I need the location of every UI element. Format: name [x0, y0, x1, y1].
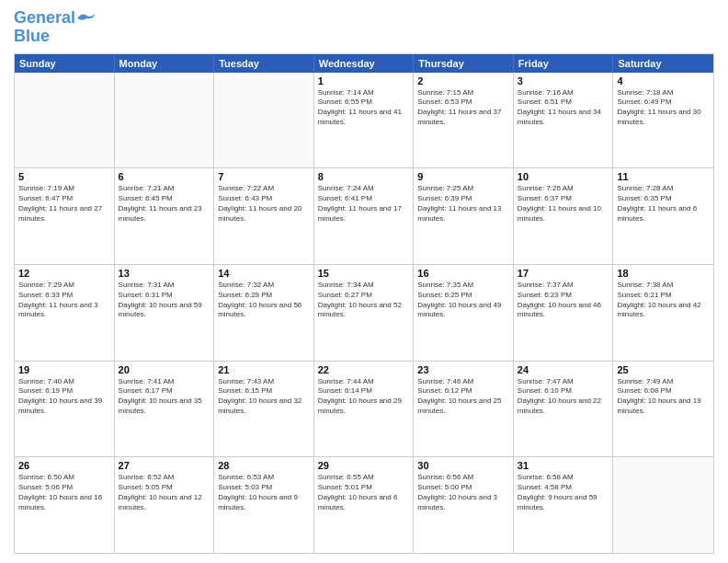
logo-general: General: [14, 8, 75, 27]
cell-content: Sunrise: 7:24 AM Sunset: 6:41 PM Dayligh…: [318, 184, 410, 224]
day-number: 31: [518, 460, 609, 471]
calendar-cell: 6Sunrise: 7:21 AM Sunset: 6:45 PM Daylig…: [115, 168, 215, 264]
calendar-row-3: 19Sunrise: 7:40 AM Sunset: 6:19 PM Dayli…: [15, 361, 713, 457]
day-number: 13: [119, 268, 210, 279]
day-number: 7: [218, 171, 310, 182]
calendar-cell: 10Sunrise: 7:26 AM Sunset: 6:37 PM Dayli…: [514, 168, 614, 264]
calendar-cell: 23Sunrise: 7:46 AM Sunset: 6:12 PM Dayli…: [414, 362, 514, 457]
calendar-row-0: 1Sunrise: 7:14 AM Sunset: 6:55 PM Daylig…: [15, 73, 713, 168]
calendar-cell: 26Sunrise: 6:50 AM Sunset: 5:06 PM Dayli…: [15, 457, 115, 553]
calendar-cell: 16Sunrise: 7:35 AM Sunset: 6:25 PM Dayli…: [414, 265, 514, 361]
day-number: 25: [617, 364, 710, 375]
header-cell-friday: Friday: [514, 54, 614, 73]
day-number: 12: [18, 268, 110, 279]
calendar-cell: 31Sunrise: 6:58 AM Sunset: 4:58 PM Dayli…: [514, 457, 614, 553]
calendar-cell: 20Sunrise: 7:41 AM Sunset: 6:17 PM Dayli…: [115, 362, 215, 457]
cell-content: Sunrise: 7:21 AM Sunset: 6:45 PM Dayligh…: [119, 184, 210, 224]
day-number: 28: [218, 460, 310, 471]
cell-content: Sunrise: 7:14 AM Sunset: 6:55 PM Dayligh…: [318, 88, 410, 128]
cell-content: Sunrise: 7:34 AM Sunset: 6:27 PM Dayligh…: [318, 281, 410, 320]
day-number: 8: [318, 171, 410, 182]
header-cell-wednesday: Wednesday: [314, 54, 415, 73]
day-number: 27: [119, 460, 210, 471]
logo-text: General: [14, 9, 75, 28]
calendar-cell: 9Sunrise: 7:25 AM Sunset: 6:39 PM Daylig…: [414, 168, 514, 264]
day-number: 30: [417, 460, 509, 471]
cell-content: Sunrise: 7:26 AM Sunset: 6:37 PM Dayligh…: [518, 184, 609, 224]
calendar-cell: 17Sunrise: 7:37 AM Sunset: 6:23 PM Dayli…: [514, 265, 614, 361]
cell-content: Sunrise: 7:15 AM Sunset: 6:53 PM Dayligh…: [417, 88, 509, 128]
cell-content: Sunrise: 6:56 AM Sunset: 5:00 PM Dayligh…: [417, 473, 509, 512]
cell-content: Sunrise: 7:19 AM Sunset: 6:47 PM Dayligh…: [18, 184, 110, 224]
cell-content: Sunrise: 6:53 AM Sunset: 5:03 PM Dayligh…: [218, 473, 310, 512]
cell-content: Sunrise: 7:43 AM Sunset: 6:15 PM Dayligh…: [218, 377, 310, 417]
cell-content: Sunrise: 7:16 AM Sunset: 6:51 PM Dayligh…: [518, 88, 609, 128]
day-number: 22: [318, 364, 410, 375]
cell-content: Sunrise: 7:22 AM Sunset: 6:43 PM Dayligh…: [218, 184, 310, 224]
cell-content: Sunrise: 7:38 AM Sunset: 6:21 PM Dayligh…: [617, 281, 710, 320]
calendar-cell: [613, 457, 713, 553]
day-number: 6: [119, 171, 210, 182]
calendar-row-1: 5Sunrise: 7:19 AM Sunset: 6:47 PM Daylig…: [15, 167, 713, 264]
cell-content: Sunrise: 7:47 AM Sunset: 6:10 PM Dayligh…: [518, 377, 609, 417]
day-number: 19: [18, 364, 110, 375]
logo-bird-icon: [77, 12, 96, 25]
calendar-cell: 14Sunrise: 7:32 AM Sunset: 6:29 PM Dayli…: [214, 265, 314, 361]
header-cell-monday: Monday: [115, 54, 215, 73]
calendar-body: 1Sunrise: 7:14 AM Sunset: 6:55 PM Daylig…: [15, 73, 713, 553]
cell-content: Sunrise: 6:58 AM Sunset: 4:58 PM Dayligh…: [518, 473, 609, 512]
calendar-cell: 1Sunrise: 7:14 AM Sunset: 6:55 PM Daylig…: [314, 73, 415, 168]
calendar-cell: 2Sunrise: 7:15 AM Sunset: 6:53 PM Daylig…: [414, 73, 514, 168]
cell-content: Sunrise: 7:49 AM Sunset: 6:08 PM Dayligh…: [617, 377, 710, 417]
calendar-cell: 5Sunrise: 7:19 AM Sunset: 6:47 PM Daylig…: [15, 168, 115, 264]
calendar-cell: 8Sunrise: 7:24 AM Sunset: 6:41 PM Daylig…: [314, 168, 415, 264]
header-cell-saturday: Saturday: [613, 54, 713, 73]
day-number: 9: [417, 171, 509, 182]
calendar-header: SundayMondayTuesdayWednesdayThursdayFrid…: [15, 54, 713, 73]
calendar-row-4: 26Sunrise: 6:50 AM Sunset: 5:06 PM Dayli…: [15, 456, 713, 553]
cell-content: Sunrise: 7:25 AM Sunset: 6:39 PM Dayligh…: [417, 184, 509, 224]
day-number: 14: [218, 268, 310, 279]
logo-blue: Blue: [14, 28, 50, 46]
cell-content: Sunrise: 7:31 AM Sunset: 6:31 PM Dayligh…: [119, 281, 210, 320]
calendar-cell: 24Sunrise: 7:47 AM Sunset: 6:10 PM Dayli…: [514, 362, 614, 457]
day-number: 17: [518, 268, 609, 279]
header-cell-tuesday: Tuesday: [214, 54, 314, 73]
day-number: 20: [119, 364, 210, 375]
logo-top: General: [14, 9, 96, 28]
day-number: 29: [318, 460, 410, 471]
cell-content: Sunrise: 6:52 AM Sunset: 5:05 PM Dayligh…: [119, 473, 210, 512]
day-number: 1: [318, 75, 410, 86]
day-number: 15: [318, 268, 410, 279]
day-number: 11: [617, 171, 710, 182]
logo: General Blue: [14, 9, 96, 46]
day-number: 26: [18, 460, 110, 471]
calendar-cell: 15Sunrise: 7:34 AM Sunset: 6:27 PM Dayli…: [314, 265, 415, 361]
calendar-cell: [15, 73, 115, 168]
calendar-cell: 11Sunrise: 7:28 AM Sunset: 6:35 PM Dayli…: [613, 168, 713, 264]
calendar-cell: 13Sunrise: 7:31 AM Sunset: 6:31 PM Dayli…: [115, 265, 215, 361]
day-number: 3: [518, 75, 609, 86]
cell-content: Sunrise: 7:41 AM Sunset: 6:17 PM Dayligh…: [119, 377, 210, 417]
calendar-cell: 7Sunrise: 7:22 AM Sunset: 6:43 PM Daylig…: [214, 168, 314, 264]
day-number: 5: [18, 171, 110, 182]
cell-content: Sunrise: 7:46 AM Sunset: 6:12 PM Dayligh…: [417, 377, 509, 417]
cell-content: Sunrise: 7:40 AM Sunset: 6:19 PM Dayligh…: [18, 377, 110, 417]
calendar-cell: 22Sunrise: 7:44 AM Sunset: 6:14 PM Dayli…: [314, 362, 415, 457]
calendar-cell: 21Sunrise: 7:43 AM Sunset: 6:15 PM Dayli…: [214, 362, 314, 457]
day-number: 16: [417, 268, 509, 279]
calendar-cell: [115, 73, 215, 168]
calendar: SundayMondayTuesdayWednesdayThursdayFrid…: [14, 53, 714, 554]
cell-content: Sunrise: 7:29 AM Sunset: 6:33 PM Dayligh…: [18, 281, 110, 320]
calendar-cell: 25Sunrise: 7:49 AM Sunset: 6:08 PM Dayli…: [613, 362, 713, 457]
calendar-cell: 4Sunrise: 7:18 AM Sunset: 6:49 PM Daylig…: [613, 73, 713, 168]
calendar-cell: 29Sunrise: 6:55 AM Sunset: 5:01 PM Dayli…: [314, 457, 415, 553]
day-number: 24: [518, 364, 609, 375]
day-number: 21: [218, 364, 310, 375]
calendar-cell: 27Sunrise: 6:52 AM Sunset: 5:05 PM Dayli…: [115, 457, 215, 553]
header: General Blue: [14, 9, 714, 46]
cell-content: Sunrise: 7:32 AM Sunset: 6:29 PM Dayligh…: [218, 281, 310, 320]
day-number: 10: [518, 171, 609, 182]
calendar-cell: [214, 73, 314, 168]
page: General Blue SundayMondayTuesdayWednesda…: [0, 0, 728, 563]
